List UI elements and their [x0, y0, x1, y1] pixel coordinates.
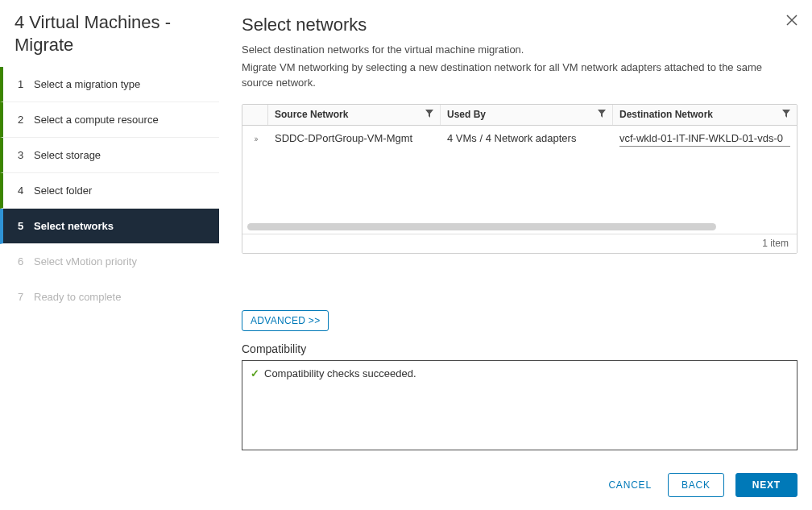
- step-number: 5: [18, 220, 34, 232]
- table-header-row: Source Network Used By Destination Netwo…: [242, 105, 797, 126]
- filter-icon[interactable]: [598, 110, 606, 119]
- step-label: Select storage: [34, 149, 101, 161]
- page-title: Select networks: [242, 15, 798, 35]
- used-by-header[interactable]: Used By: [441, 105, 613, 125]
- compatibility-heading: Compatibility: [242, 342, 798, 355]
- step-label: Select a compute resource: [34, 114, 159, 126]
- compatibility-box: ✓Compatibility checks succeeded.: [242, 360, 798, 450]
- step-label: Select networks: [34, 220, 114, 232]
- page-description-1: Select destination networks for the virt…: [242, 42, 798, 58]
- step-select-migration-type[interactable]: 1 Select a migration type: [0, 67, 219, 102]
- destination-network-select[interactable]: vcf-wkld-01-IT-INF-WKLD-01-vds-0: [619, 131, 790, 147]
- chevron-right-icon: ››: [254, 134, 256, 143]
- step-number: 7: [18, 291, 34, 303]
- table-row[interactable]: ›› SDDC-DPortGroup-VM-Mgmt 4 VMs / 4 Net…: [242, 126, 797, 151]
- step-number: 6: [18, 255, 34, 267]
- networks-table: Source Network Used By Destination Netwo…: [242, 104, 798, 254]
- destination-network-cell: vcf-wkld-01-IT-INF-WKLD-01-vds-0: [613, 131, 797, 147]
- column-label: Source Network: [275, 109, 348, 120]
- wizard-title: 4 Virtual Machines - Migrate: [0, 11, 219, 67]
- source-network-header[interactable]: Source Network: [268, 105, 441, 125]
- filter-icon[interactable]: [782, 110, 790, 119]
- step-select-folder[interactable]: 4 Select folder: [0, 173, 219, 209]
- step-select-compute-resource[interactable]: 2 Select a compute resource: [0, 102, 219, 138]
- step-number: 3: [18, 149, 34, 161]
- wizard-steps: 1 Select a migration type 2 Select a com…: [0, 67, 219, 315]
- step-number: 1: [18, 78, 34, 90]
- step-select-vmotion-priority: 6 Select vMotion priority: [0, 244, 219, 280]
- table-footer: 1 item: [242, 234, 797, 253]
- horizontal-scrollbar[interactable]: [247, 223, 716, 230]
- item-count: 1 item: [762, 238, 789, 249]
- source-network-cell: SDDC-DPortGroup-VM-Mgmt: [268, 132, 441, 144]
- table-body: ›› SDDC-DPortGroup-VM-Mgmt 4 VMs / 4 Net…: [242, 126, 797, 234]
- step-label: Select a migration type: [34, 78, 140, 90]
- used-by-cell: 4 VMs / 4 Network adapters: [441, 132, 613, 144]
- close-button[interactable]: [783, 11, 801, 32]
- compatibility-message: Compatibility checks succeeded.: [264, 367, 416, 379]
- close-icon: [786, 15, 798, 26]
- checkmark-icon: ✓: [251, 367, 259, 379]
- step-number: 2: [18, 114, 34, 126]
- step-label: Ready to complete: [34, 291, 121, 303]
- back-button[interactable]: BACK: [668, 473, 724, 497]
- cancel-button[interactable]: CANCEL: [603, 473, 656, 497]
- step-number: 4: [18, 185, 34, 197]
- dialog-footer: CANCEL BACK NEXT: [242, 457, 798, 497]
- step-select-storage[interactable]: 3 Select storage: [0, 138, 219, 173]
- expand-column-header: [242, 105, 268, 125]
- column-label: Destination Network: [619, 109, 713, 120]
- main-panel: Select networks Select destination netwo…: [219, 0, 812, 510]
- step-label: Select vMotion priority: [34, 255, 137, 267]
- expand-row-toggle[interactable]: ››: [242, 134, 268, 143]
- next-button[interactable]: NEXT: [735, 473, 798, 497]
- destination-network-header[interactable]: Destination Network: [613, 105, 797, 125]
- step-label: Select folder: [34, 185, 92, 197]
- column-label: Used By: [447, 109, 486, 120]
- wizard-sidebar: 4 Virtual Machines - Migrate 1 Select a …: [0, 0, 219, 510]
- advanced-button[interactable]: ADVANCED >>: [242, 310, 329, 331]
- step-select-networks[interactable]: 5 Select networks: [0, 209, 219, 244]
- step-ready-to-complete: 7 Ready to complete: [0, 280, 219, 315]
- filter-icon[interactable]: [425, 110, 433, 119]
- page-description-2: Migrate VM networking by selecting a new…: [242, 60, 789, 91]
